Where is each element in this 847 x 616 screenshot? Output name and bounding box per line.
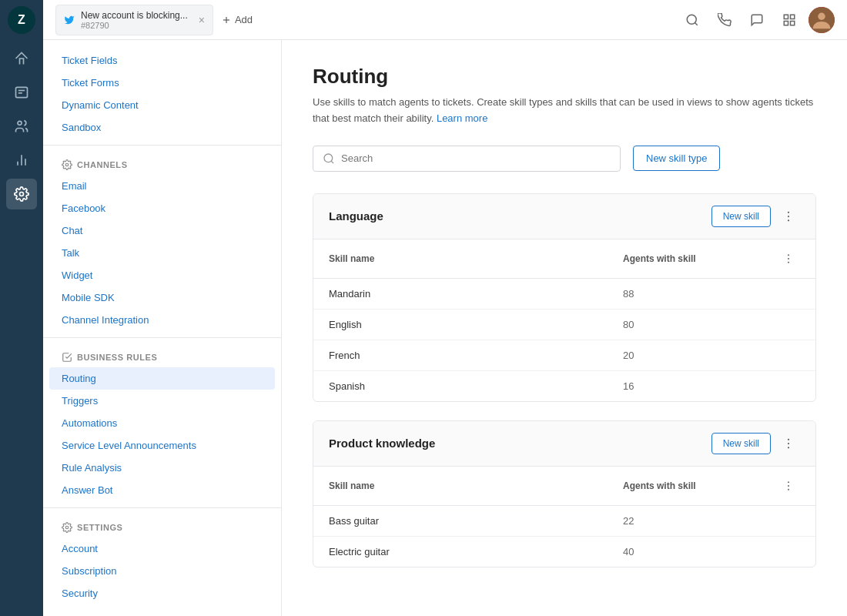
- sidebar-item-email[interactable]: Email: [43, 175, 281, 197]
- svg-point-22: [324, 154, 333, 162]
- new-skill-language-button[interactable]: New skill: [711, 206, 771, 227]
- sidebar-item-sandbox[interactable]: Sandbox: [43, 116, 281, 139]
- nav-settings-icon[interactable]: [6, 179, 37, 209]
- nav-reports-icon[interactable]: [6, 145, 37, 176]
- chat-icon-btn[interactable]: [744, 7, 770, 33]
- svg-point-27: [788, 254, 789, 256]
- apps-icon-btn[interactable]: [776, 7, 802, 33]
- svg-rect-15: [791, 15, 795, 18]
- search-box: [313, 146, 621, 172]
- search-icon-btn[interactable]: [679, 7, 705, 33]
- language-menu-button[interactable]: [777, 205, 800, 228]
- skill-agents-cell: 88: [608, 278, 762, 309]
- skill-card-product-knowledge-header: Product knowledge New skill: [313, 421, 815, 467]
- main-layout: Ticket Fields Ticket Forms Dynamic Conte…: [43, 40, 847, 616]
- topbar-add-button[interactable]: Add: [213, 9, 260, 30]
- svg-point-29: [788, 261, 789, 263]
- svg-point-30: [788, 438, 789, 440]
- topbar-tab[interactable]: New account is blocking... #82790 ×: [55, 5, 213, 35]
- skill-card-product-knowledge-actions: New skill: [711, 432, 800, 455]
- sidebar-item-facebook[interactable]: Facebook: [43, 197, 281, 219]
- svg-point-26: [788, 219, 789, 221]
- language-table-menu-button[interactable]: [777, 247, 800, 270]
- sidebar-item-dynamic-content[interactable]: Dynamic Content: [43, 94, 281, 116]
- sidebar-item-security[interactable]: Security: [43, 582, 281, 604]
- learn-more-link[interactable]: Learn more: [437, 112, 487, 124]
- language-skill-table: Skill name Agents with skill Mandarin 88: [313, 239, 815, 401]
- nav-users-icon[interactable]: [6, 111, 37, 142]
- svg-point-5: [18, 121, 22, 125]
- svg-rect-16: [784, 21, 788, 25]
- app-logo: Z: [8, 6, 35, 34]
- table-row: English 80: [313, 309, 815, 340]
- phone-icon-btn[interactable]: [711, 7, 738, 33]
- table-row: French 20: [313, 340, 815, 370]
- sidebar-item-rule-analysis[interactable]: Rule Analysis: [43, 457, 281, 479]
- new-skill-product-button[interactable]: New skill: [711, 433, 771, 454]
- skill-card-product-knowledge: Product knowledge New skill Skill name A…: [313, 420, 816, 567]
- new-skill-type-button[interactable]: New skill type: [633, 146, 720, 171]
- svg-rect-17: [791, 21, 795, 25]
- svg-point-33: [788, 481, 789, 483]
- search-and-action-bar: New skill type: [313, 146, 816, 172]
- sidebar-item-chat[interactable]: Chat: [43, 219, 281, 242]
- table-row: Spanish 16: [313, 370, 815, 401]
- language-col-agents: Agents with skill: [608, 239, 762, 279]
- product-table-menu-button[interactable]: [777, 474, 800, 497]
- skill-agents-cell: 40: [608, 536, 762, 567]
- sidebar-item-subscription[interactable]: Subscription: [43, 560, 281, 582]
- sidebar-item-triggers[interactable]: Triggers: [43, 390, 281, 412]
- sidebar-item-ticket-fields[interactable]: Ticket Fields: [43, 49, 281, 72]
- sidebar-item-ticket-forms[interactable]: Ticket Forms: [43, 72, 281, 94]
- skill-agents-cell: 20: [608, 340, 762, 370]
- product-menu-button[interactable]: [777, 432, 800, 455]
- svg-line-13: [695, 22, 697, 25]
- product-col-skill-name: Skill name: [313, 467, 608, 506]
- svg-point-20: [65, 163, 69, 166]
- skill-agents-cell: 22: [608, 505, 762, 536]
- svg-point-21: [65, 526, 69, 529]
- sidebar-item-talk[interactable]: Talk: [43, 242, 281, 264]
- settings-section-header: SETTINGS: [43, 514, 281, 537]
- tab-title: New account is blocking...: [81, 10, 188, 21]
- sidebar-item-widget[interactable]: Widget: [43, 264, 281, 286]
- svg-point-25: [788, 215, 789, 216]
- tab-close-button[interactable]: ×: [199, 14, 205, 26]
- skill-card-language: Language New skill Skill name Agents wit…: [313, 193, 816, 402]
- search-icon: [323, 152, 335, 165]
- product-skill-table: Skill name Agents with skill Bass guitar…: [313, 467, 815, 567]
- topbar: New account is blocking... #82790 × Add: [43, 0, 847, 40]
- svg-point-28: [788, 258, 789, 259]
- search-input[interactable]: [341, 152, 611, 164]
- table-row: Electric guitar 40: [313, 536, 815, 567]
- svg-point-19: [818, 12, 825, 19]
- icon-bar: Z: [0, 0, 43, 616]
- sidebar-item-account[interactable]: Account: [43, 537, 281, 560]
- svg-point-35: [788, 488, 789, 490]
- nav-home-icon[interactable]: [6, 43, 37, 74]
- table-row: Bass guitar 22: [313, 505, 815, 536]
- skill-name-cell: Mandarin: [313, 278, 608, 309]
- skill-card-language-title: Language: [329, 209, 383, 223]
- svg-point-32: [788, 447, 789, 448]
- sidebar-item-answer-bot[interactable]: Answer Bot: [43, 479, 281, 501]
- page-title: Routing: [313, 65, 816, 89]
- user-avatar[interactable]: [808, 7, 835, 33]
- sidebar-item-service-level-announcements[interactable]: Service Level Announcements: [43, 434, 281, 457]
- sidebar-item-channel-integration[interactable]: Channel Integration: [43, 309, 281, 331]
- svg-point-34: [788, 485, 789, 487]
- svg-point-12: [687, 15, 696, 24]
- sidebar-item-routing[interactable]: Routing: [49, 367, 275, 390]
- skill-agents-cell: 16: [608, 370, 762, 401]
- skill-name-cell: English: [313, 309, 608, 340]
- svg-point-9: [20, 192, 24, 196]
- sidebar-item-automations[interactable]: Automations: [43, 412, 281, 434]
- svg-line-23: [331, 161, 333, 163]
- skill-card-product-knowledge-title: Product knowledge: [329, 437, 435, 450]
- svg-rect-14: [784, 15, 788, 18]
- skill-name-cell: Bass guitar: [313, 505, 608, 536]
- svg-text:Z: Z: [18, 13, 25, 26]
- nav-tickets-icon[interactable]: [6, 77, 37, 108]
- skill-card-language-actions: New skill: [711, 205, 800, 228]
- sidebar-item-mobile-sdk[interactable]: Mobile SDK: [43, 286, 281, 309]
